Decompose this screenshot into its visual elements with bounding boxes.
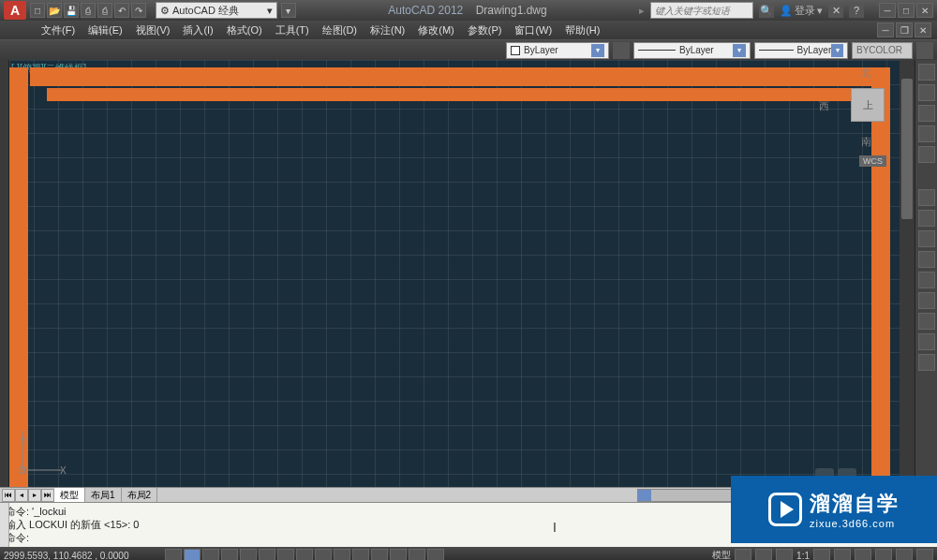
search-icon[interactable]: 🔍	[759, 3, 774, 18]
tab-layout2[interactable]: 布局2	[122, 488, 158, 503]
exchange-icon[interactable]: ✕	[828, 3, 843, 18]
redo-icon[interactable]: ↷	[131, 3, 146, 18]
clean-screen-icon[interactable]	[916, 549, 933, 560]
annomonitor-toggle[interactable]	[427, 549, 444, 560]
menu-help[interactable]: 帮助(H)	[559, 22, 605, 39]
menu-dimension[interactable]: 标注(N)	[364, 22, 410, 39]
doc-minimize-button[interactable]: ─	[877, 22, 894, 37]
am-toggle[interactable]	[409, 549, 425, 560]
search-arrow-icon: ▸	[639, 5, 645, 17]
ortho-toggle[interactable]	[202, 549, 219, 560]
plotstyle-combo[interactable]: BYCOLOR	[852, 42, 913, 59]
menu-tools[interactable]: 工具(T)	[270, 22, 315, 39]
tool-icon[interactable]	[918, 313, 935, 330]
orbit-icon[interactable]	[918, 125, 935, 142]
menu-edit[interactable]: 编辑(E)	[82, 22, 128, 39]
viewcube-top[interactable]: 上	[851, 88, 885, 122]
qp-toggle[interactable]	[371, 549, 388, 560]
toolbar-lock-icon[interactable]	[855, 549, 871, 560]
tab-last-icon[interactable]: ⏭	[41, 489, 54, 502]
saveas-icon[interactable]: ⎙	[81, 3, 96, 18]
maximize-button[interactable]: □	[898, 3, 915, 18]
menu-insert[interactable]: 插入(I)	[177, 22, 218, 39]
close-button[interactable]: ✕	[916, 3, 933, 18]
polar-toggle[interactable]	[221, 549, 238, 560]
osnap-toggle[interactable]	[240, 549, 257, 560]
tool-icon[interactable]	[918, 210, 935, 227]
undo-icon[interactable]: ↶	[114, 3, 129, 18]
ducs-toggle[interactable]	[296, 549, 313, 560]
workspace-switch-icon[interactable]	[834, 549, 851, 560]
command-handle[interactable]	[0, 503, 9, 547]
tool-icon[interactable]	[918, 230, 935, 247]
tab-model[interactable]: 模型	[54, 488, 85, 503]
quickview-drawings-icon[interactable]	[755, 549, 772, 560]
login-button[interactable]: 👤 登录 ▾	[780, 4, 823, 18]
search-input[interactable]	[650, 2, 753, 19]
menu-draw[interactable]: 绘图(D)	[317, 22, 363, 39]
tool-icon[interactable]	[918, 189, 935, 206]
vertical-scrollbar[interactable]	[900, 60, 915, 487]
tool-icon[interactable]	[918, 333, 935, 350]
annotation-visibility-icon[interactable]	[813, 549, 830, 560]
hardware-accel-icon[interactable]	[875, 549, 892, 560]
tool-icon[interactable]	[918, 272, 935, 288]
minimize-button[interactable]: ─	[879, 3, 896, 18]
help-icon[interactable]: ?	[849, 3, 864, 18]
viewport-label[interactable]: [-][俯视][二维线框]	[11, 62, 86, 75]
zoom-extents-icon[interactable]	[918, 105, 935, 122]
tab-first-icon[interactable]: ⏮	[2, 489, 15, 502]
tab-next-icon[interactable]: ▸	[28, 489, 41, 502]
wcs-label[interactable]: WCS	[859, 155, 886, 167]
tool-icon[interactable]	[918, 354, 935, 371]
showmotion-icon[interactable]	[918, 146, 935, 163]
app-logo[interactable]: A	[4, 1, 26, 20]
menu-view[interactable]: 视图(V)	[130, 22, 176, 39]
play-icon	[768, 493, 802, 526]
menu-modify[interactable]: 修改(M)	[412, 22, 460, 39]
chevron-down-icon: ▾	[831, 44, 843, 57]
tab-prev-icon[interactable]: ◂	[15, 489, 28, 502]
isolate-objects-icon[interactable]	[896, 549, 913, 560]
chevron-down-icon: ▾	[591, 44, 604, 57]
doc-close-button[interactable]: ✕	[915, 22, 931, 37]
workspace-selector[interactable]: ⚙ AutoCAD 经典 ▾	[156, 2, 277, 19]
window-title: AutoCAD 2012 Drawing1.dwg	[296, 4, 639, 17]
pan-icon[interactable]	[918, 84, 935, 101]
linetype-combo[interactable]: ByLayer ▾	[633, 42, 751, 59]
menu-format[interactable]: 格式(O)	[221, 22, 268, 39]
viewcube[interactable]: 北 西 上 南 WCS	[819, 66, 894, 159]
3dosnap-toggle[interactable]	[259, 549, 275, 560]
model-space-button[interactable]: 模型	[712, 549, 731, 560]
menu-window[interactable]: 窗口(W)	[509, 22, 558, 39]
lwt-toggle[interactable]	[334, 549, 350, 560]
workspace-save-icon[interactable]: ▾	[281, 3, 296, 18]
tool-icon[interactable]	[918, 251, 935, 268]
color-picker-icon[interactable]	[613, 42, 630, 59]
print-icon[interactable]: ⎙	[97, 3, 112, 18]
lineweight-combo[interactable]: ByLayer ▾	[754, 42, 848, 59]
tpy-toggle[interactable]	[352, 549, 369, 560]
grid-toggle[interactable]	[184, 549, 201, 560]
coordinates[interactable]: 2999.5593, 110.4682 , 0.0000	[4, 551, 163, 561]
color-combo[interactable]: ByLayer ▾	[506, 42, 609, 59]
quickview-layouts-icon[interactable]	[735, 549, 751, 560]
tab-layout1[interactable]: 布局1	[85, 488, 122, 503]
dyn-toggle[interactable]	[315, 549, 332, 560]
annotation-scale[interactable]: 1:1	[796, 551, 810, 561]
otrack-toggle[interactable]	[277, 549, 294, 560]
nav-wheel-icon[interactable]	[918, 64, 935, 81]
left-toolbar	[0, 60, 9, 487]
open-icon[interactable]: 📂	[47, 3, 62, 18]
tool-icon[interactable]	[918, 292, 935, 309]
menu-file[interactable]: 文件(F)	[36, 22, 81, 39]
menu-parametric[interactable]: 参数(P)	[462, 22, 508, 39]
save-icon[interactable]: 💾	[64, 3, 79, 18]
snap-toggle[interactable]	[165, 549, 182, 560]
annotation-scale-icon[interactable]	[776, 549, 793, 560]
properties-icon[interactable]	[916, 42, 933, 59]
drawing-canvas[interactable]: [-][俯视][二维线框] Y X 北 西 上 南 WCS	[9, 60, 900, 487]
doc-restore-button[interactable]: ❐	[896, 22, 913, 37]
sc-toggle[interactable]	[390, 549, 407, 560]
new-icon[interactable]: □	[30, 3, 45, 18]
